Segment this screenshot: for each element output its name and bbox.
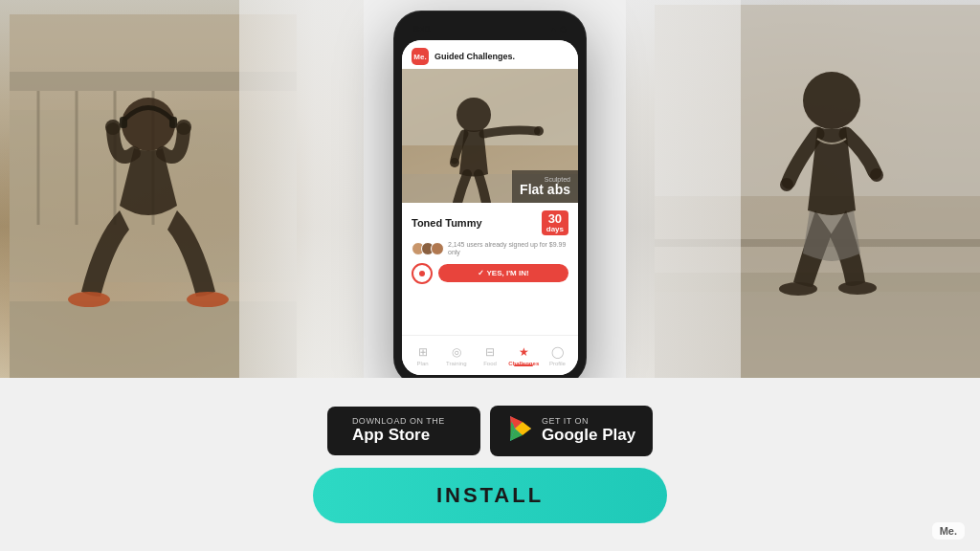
app-signup-text: 2,145 users already signed up for $9.99 … (448, 241, 568, 257)
nav-food-label: Food (483, 361, 497, 366)
app-timer-icon (412, 263, 433, 284)
app-bar-title: Guided Challenges. (434, 52, 515, 61)
app-hero-image: Sculpted Flat abs (402, 69, 578, 203)
nav-challenges-icon: ★ (519, 345, 529, 359)
nav-food-icon: ⊟ (485, 345, 495, 359)
app-bottom-nav: ⊞ Plan ◎ Training ⊟ Food ★ Challenges (402, 335, 578, 375)
svg-point-14 (187, 292, 229, 307)
nav-food[interactable]: ⊟ Food (473, 345, 506, 366)
app-top-bar: Me. Guided Challenges. (402, 40, 578, 69)
svg-point-28 (457, 98, 491, 132)
svg-point-22 (870, 168, 883, 182)
svg-point-21 (780, 178, 793, 191)
nav-plan[interactable]: ⊞ Plan (406, 345, 439, 366)
svg-point-29 (450, 158, 459, 167)
app-cta-row: ✓ YES, I'M IN! (412, 263, 568, 284)
google-play-button[interactable]: GET IT ON Google Play (490, 406, 653, 456)
google-play-icon (507, 415, 534, 447)
avatar-3 (431, 242, 444, 255)
nav-active-indicator (514, 364, 533, 366)
svg-point-20 (803, 72, 860, 129)
phone-status-icons: ▲ ◉ (550, 25, 567, 33)
phone-mockup: 9:41 ▲ ◉ Me. Guided Challenges. (394, 11, 586, 385)
app-logo: Me. (412, 48, 429, 65)
nav-profile-icon: ◯ (551, 345, 564, 359)
watermark: Me. (932, 522, 965, 540)
app-challenge-badge: 30 days (542, 210, 568, 235)
app-challenge-row: Toned Tummy 30 days (412, 210, 568, 235)
svg-point-24 (838, 281, 877, 295)
phone-time: 9:41 (413, 24, 431, 33)
google-play-subtitle: GET IT ON (542, 416, 589, 426)
bottom-section: Download on the App Store GET IT O (0, 378, 980, 551)
avatar-stack (412, 242, 444, 255)
nav-training[interactable]: ◎ Training (439, 345, 473, 366)
nav-plan-icon: ⊞ (418, 345, 428, 359)
svg-rect-9 (120, 117, 127, 128)
google-play-title: Google Play (542, 426, 635, 445)
svg-point-30 (534, 126, 544, 136)
nav-challenges[interactable]: ★ Challenges (507, 345, 541, 366)
app-timer-dot (419, 271, 425, 276)
app-store-subtitle: Download on the (352, 416, 445, 426)
svg-point-11 (105, 120, 121, 135)
app-badge-label: days (546, 225, 564, 233)
app-store-button[interactable]: Download on the App Store (327, 407, 480, 454)
nav-profile-label: Profile (549, 361, 566, 366)
svg-point-13 (68, 292, 110, 307)
phone-outer-frame: 9:41 ▲ ◉ Me. Guided Challenges. (394, 11, 586, 385)
svg-point-12 (176, 120, 191, 135)
nav-training-icon: ◎ (452, 345, 461, 359)
svg-point-23 (779, 282, 817, 296)
store-buttons-row: Download on the App Store GET IT O (327, 406, 653, 456)
app-badge-days: 30 (546, 212, 564, 225)
nav-training-label: Training (446, 361, 466, 366)
app-avatars: 2,145 users already signed up for $9.99 … (412, 241, 568, 257)
app-store-title: App Store (352, 426, 430, 445)
app-store-text: Download on the App Store (352, 416, 445, 445)
nav-profile[interactable]: ◯ Profile (541, 345, 574, 366)
app-challenge-content: Toned Tummy 30 days 2,145 users already … (402, 203, 578, 292)
app-hero-title: Flat abs (520, 183, 570, 197)
phone-screen: Me. Guided Challenges. (402, 40, 578, 375)
install-button[interactable]: INSTALL (313, 468, 667, 523)
watermark-text: Me. (940, 525, 957, 537)
app-challenge-title: Toned Tummy (412, 217, 482, 229)
app-join-button[interactable]: ✓ YES, I'M IN! (438, 264, 568, 282)
phone-status-bar: 9:41 ▲ ◉ (402, 21, 578, 36)
nav-plan-label: Plan (417, 361, 429, 366)
svg-rect-10 (169, 117, 177, 128)
google-play-text: GET IT ON Google Play (542, 416, 635, 445)
app-hero-overlay: Sculpted Flat abs (512, 170, 578, 203)
